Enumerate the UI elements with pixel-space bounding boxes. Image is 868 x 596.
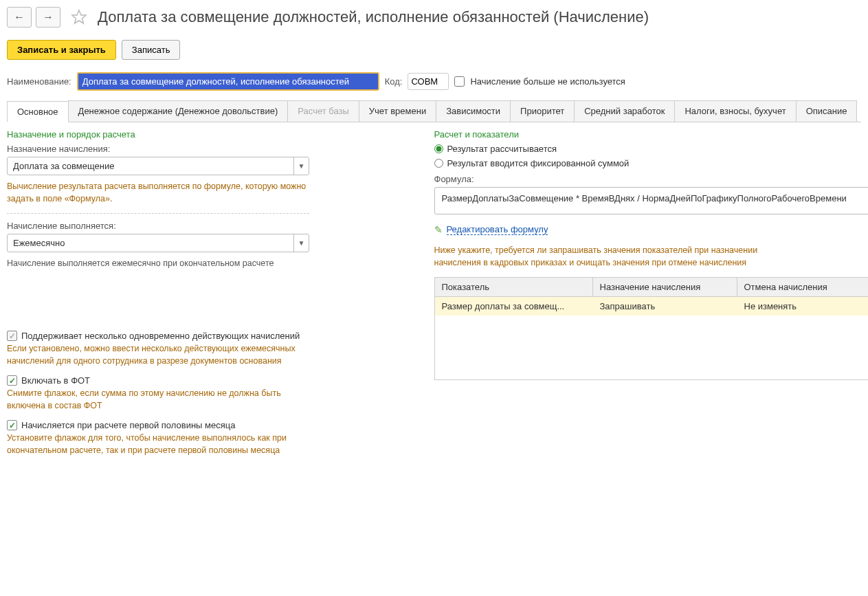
period-dropdown[interactable]: Ежемесячно ▼ — [7, 234, 309, 252]
chevron-down-icon[interactable]: ▼ — [293, 157, 309, 175]
radio-fixed[interactable] — [434, 159, 443, 168]
period-hint: Начисление выполняется ежемесячно при ок… — [7, 258, 414, 269]
save-close-button[interactable]: Записать и закрыть — [7, 40, 116, 60]
tab-avg[interactable]: Средний заработок — [574, 100, 675, 122]
cell-assign: Запрашивать — [593, 297, 737, 316]
nav-forward-button[interactable]: → — [36, 7, 60, 27]
multi-label: Поддерживает несколько одновременно дейс… — [21, 331, 300, 341]
purpose-hint: Вычисление результата расчета выполняетс… — [7, 181, 309, 205]
code-label: Код: — [385, 76, 403, 87]
code-input[interactable] — [408, 73, 449, 90]
favorite-star-icon[interactable] — [70, 8, 88, 26]
firsthalf-hint: Установите флажок для того, чтобы начисл… — [7, 432, 309, 456]
radio-fixed-label: Результат вводится фиксированной суммой — [447, 158, 630, 168]
formula-label: Формула: — [434, 174, 862, 184]
pencil-icon: ✎ — [434, 224, 443, 235]
purpose-value: Доплата за совмещение — [8, 157, 293, 175]
name-input[interactable] — [77, 72, 379, 91]
tab-tax[interactable]: Налоги, взносы, бухучет — [674, 100, 796, 122]
left-section-title: Назначение и порядок расчета — [7, 129, 414, 140]
table-row[interactable]: Размер доплаты за совмещ... Запрашивать … — [435, 297, 869, 316]
table-header-indicator: Показатель — [435, 278, 593, 296]
radio-calculated-label: Результат рассчитывается — [447, 144, 557, 154]
cell-cancel: Не изменять — [737, 297, 869, 316]
radio-calculated[interactable] — [434, 144, 443, 153]
separator — [7, 213, 309, 214]
cell-indicator: Размер доплаты за совмещ... — [435, 297, 593, 316]
chevron-down-icon[interactable]: ▼ — [293, 234, 309, 252]
firsthalf-checkbox[interactable]: ✓ — [7, 420, 17, 430]
fot-hint: Снимите флажок, если сумма по этому начи… — [7, 388, 309, 412]
formula-box[interactable]: РазмерДоплатыЗаСовмещение * ВремяВДнях /… — [434, 187, 869, 214]
tab-base[interactable]: Расчет базы — [287, 100, 359, 122]
multi-checkbox: ✓ — [7, 331, 17, 341]
arrow-right-icon: → — [43, 11, 54, 23]
page-title: Доплата за совмещение должностей, исполн… — [98, 8, 649, 26]
archived-checkbox[interactable] — [454, 76, 465, 87]
table-hint: Ниже укажите, требуется ли запрашивать з… — [434, 245, 792, 269]
period-value: Ежемесячно — [8, 234, 293, 252]
tab-priority[interactable]: Приоритет — [510, 100, 575, 122]
archived-label: Начисление больше не используется — [470, 76, 625, 87]
purpose-dropdown[interactable]: Доплата за совмещение ▼ — [7, 157, 309, 175]
arrow-left-icon: ← — [14, 11, 25, 23]
fot-label: Включать в ФОТ — [21, 375, 90, 386]
table-header-assign: Назначение начисления — [593, 278, 737, 296]
tab-deps[interactable]: Зависимости — [436, 100, 511, 122]
tab-money[interactable]: Денежное содержание (Денежное довольстви… — [68, 100, 289, 122]
tab-main[interactable]: Основное — [7, 101, 69, 122]
svg-marker-0 — [72, 10, 86, 23]
table-header-cancel: Отмена начисления — [737, 278, 869, 296]
nav-back-button[interactable]: ← — [7, 7, 32, 27]
save-button[interactable]: Записать — [122, 40, 181, 60]
tabs-bar: Основное Денежное содержание (Денежное д… — [7, 100, 861, 122]
period-label: Начисление выполняется: — [7, 221, 414, 231]
edit-formula-link[interactable]: Редактировать формулу — [447, 224, 548, 235]
firsthalf-label: Начисляется при расчете первой половины … — [21, 420, 235, 430]
name-label: Наименование: — [7, 76, 71, 87]
indicators-table: Показатель Назначение начисления Отмена … — [434, 277, 869, 380]
formula-text: РазмерДоплатыЗаСовмещение * ВремяВДнях /… — [442, 193, 847, 203]
multi-hint: Если установлено, можно ввести несколько… — [7, 343, 309, 367]
right-section-title: Расчет и показатели — [434, 129, 862, 140]
tab-time[interactable]: Учет времени — [359, 100, 436, 122]
tab-desc[interactable]: Описание — [796, 100, 858, 122]
purpose-label: Назначение начисления: — [7, 144, 414, 154]
fot-checkbox[interactable]: ✓ — [7, 375, 17, 386]
